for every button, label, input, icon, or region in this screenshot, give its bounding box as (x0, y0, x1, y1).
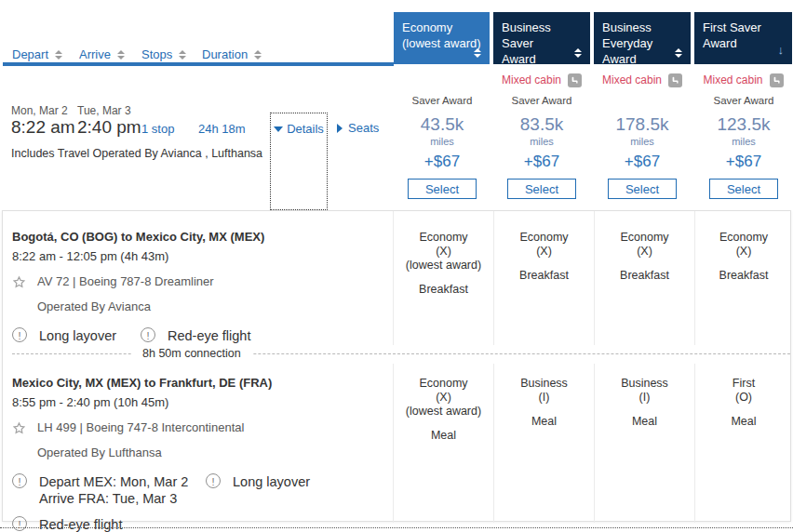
cabin-class: Economy (X) (lowest award) (394, 231, 493, 273)
collapse-arrow-icon (274, 126, 283, 132)
mixed-cabin-badge: Mixed cabin (694, 73, 792, 87)
segment-warnings: Red-eye flight (12, 516, 393, 532)
sort-updown-icon (474, 48, 481, 58)
miles-value: 123.5k (695, 114, 792, 135)
fare-header-line: Economy (402, 20, 481, 35)
warning-icon (12, 327, 27, 342)
warning-text: Depart MEX: Mon, Mar 2 Arrive FRA: Tue, … (39, 473, 188, 507)
sort-duration-label: Duration (202, 47, 248, 61)
depart-time: 8:22 am (11, 117, 75, 138)
fare-header-line: Business Saver (502, 20, 582, 51)
results-sort-header: Depart Arrive Stops Duration (0, 0, 394, 67)
price-cell-business-saver: Saver Award 83.5k miles +$67 Select (493, 93, 590, 199)
warning-long-layover: Long layover (206, 473, 310, 490)
sort-depart-label: Depart (12, 47, 48, 61)
cabin-cell-business-saver: Economy (X) Breakfast (493, 211, 594, 345)
warning-text: Red-eye flight (168, 327, 250, 344)
select-button[interactable]: Select (608, 179, 677, 199)
cabin-cell-economy: Economy (X) (lowest award) Breakfast (393, 211, 493, 345)
seats-toggle[interactable]: Seats (337, 121, 379, 135)
miles-value: 83.5k (493, 114, 590, 135)
warning-icon (12, 516, 27, 531)
segment-flight-row: AV 72 | Boeing 787-8 Dreamliner (12, 274, 393, 292)
cabin-cell-economy: Economy (X) (lowest award) Meal (393, 364, 493, 523)
fare-header-first-saver[interactable]: First Saver Award (694, 12, 792, 64)
price-cell-business-everyday: 178.5k miles +$67 Select (594, 93, 691, 199)
flight-details-panel: Bogotá, CO (BOG) to Mexico City, MX (MEX… (2, 210, 791, 522)
sort-updown-icon (117, 50, 125, 60)
award-type-label: Saver Award (394, 95, 491, 109)
sort-duration[interactable]: Duration (202, 47, 262, 61)
cabin-cell-first-saver: First (O) Meal (694, 364, 792, 523)
segment-times: 8:55 pm - 2:40 pm (10h 45m) (12, 395, 393, 409)
meal-service: Breakfast (494, 269, 594, 282)
depart-day: Mon, Mar 2 (11, 104, 68, 117)
seat-icon[interactable] (770, 73, 784, 87)
select-button[interactable]: Select (408, 179, 477, 199)
header-underline (3, 62, 394, 66)
star-alliance-icon (12, 275, 26, 292)
seats-label: Seats (348, 121, 379, 135)
cabin-class: First (O) (695, 377, 792, 405)
warning-text: Long layover (39, 327, 116, 344)
details-label: Details (287, 122, 324, 136)
miles-unit: miles (594, 136, 691, 147)
fare-header-economy[interactable]: Economy (lowest award) (394, 12, 490, 64)
select-button[interactable]: Select (709, 179, 778, 199)
cabin-class: Economy (X) (494, 231, 594, 259)
meal-service: Breakfast (595, 269, 694, 282)
warning-icon (12, 473, 27, 488)
fare-header-business-everyday[interactable]: Business Everyday Award (594, 12, 691, 64)
connection-duration: 8h 50m connection (131, 347, 252, 360)
segment-row-1: Bogotá, CO (BOG) to Mexico City, MX (MEX… (3, 211, 790, 345)
warning-text: Red-eye flight (39, 516, 122, 532)
miles-value: 178.5k (594, 114, 691, 135)
warning-long-layover: Long layover (12, 327, 116, 344)
seat-icon[interactable] (568, 73, 582, 87)
details-toggle[interactable]: Details (271, 122, 327, 136)
cabin-class: Economy (X) (lowest award) (394, 377, 493, 419)
fare-header-business-saver[interactable]: Business Saver Award (493, 12, 590, 64)
fare-header-line: Everyday Award (602, 35, 682, 67)
flight-number-equipment: AV 72 | Boeing 787-8 Dreamliner (37, 274, 214, 288)
segment-warnings: Depart MEX: Mon, Mar 2 Arrive FRA: Tue, … (12, 473, 393, 509)
mixed-cabin-label: Mixed cabin (502, 73, 561, 86)
mixed-cabin-label: Mixed cabin (602, 73, 662, 86)
meal-service: Meal (394, 429, 493, 442)
select-button[interactable]: Select (507, 179, 576, 199)
warning-icon (141, 327, 155, 342)
expand-arrow-icon (337, 124, 343, 133)
warning-text: Long layover (233, 473, 310, 490)
miles-unit: miles (493, 136, 590, 147)
price-cell-first-saver: Saver Award 123.5k miles +$67 Select (695, 93, 792, 199)
segment-route: Mexico City, MX (MEX) to Frankfurt, DE (… (12, 376, 393, 390)
sorted-down-icon (778, 42, 785, 58)
cabin-class: Business (I) (494, 377, 594, 405)
sort-stops[interactable]: Stops (141, 47, 186, 61)
fees-value: +$67 (493, 153, 590, 171)
duration-value: 24h 18m (198, 122, 246, 136)
cabin-class: Economy (X) (695, 231, 792, 259)
cabin-cell-first-saver: Economy (X) Breakfast (694, 211, 792, 345)
star-alliance-icon (12, 421, 26, 438)
fare-header-line: (lowest award) (402, 35, 481, 51)
fare-header-line: First Saver Award (703, 20, 784, 51)
arrive-day: Tue, Mar 3 (77, 104, 131, 117)
sort-updown-icon (179, 50, 186, 60)
mixed-cabin-badge: Mixed cabin (493, 73, 590, 87)
sort-arrive[interactable]: Arrive (79, 47, 125, 61)
sort-depart[interactable]: Depart (12, 47, 62, 61)
miles-unit: miles (394, 136, 491, 147)
cabin-class: Economy (X) (595, 231, 694, 259)
meal-service: Meal (595, 415, 694, 428)
segment-times: 8:22 am - 12:05 pm (4h 43m) (12, 249, 393, 263)
sort-updown-icon (55, 50, 62, 60)
flight-number-equipment: LH 499 | Boeing 747-8 Intercontinental (37, 420, 244, 434)
arrive-time: 2:40 pm (77, 117, 141, 138)
award-type-label (594, 95, 691, 109)
award-search-results: Depart Arrive Stops Duration Economy (lo… (0, 0, 793, 532)
warning-date-change: Depart MEX: Mon, Mar 2 Arrive FRA: Tue, … (12, 473, 188, 507)
segment-info: Bogotá, CO (BOG) to Mexico City, MX (MEX… (3, 211, 393, 345)
fees-value: +$67 (394, 153, 491, 171)
seat-icon[interactable] (668, 73, 682, 87)
